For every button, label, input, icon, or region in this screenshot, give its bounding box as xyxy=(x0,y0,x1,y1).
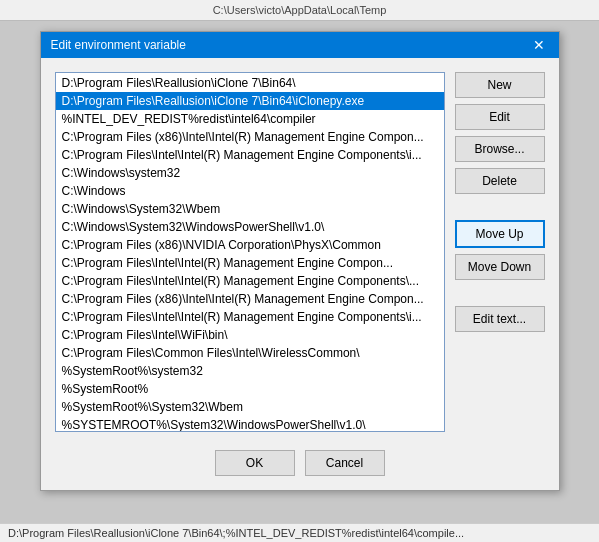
delete-button[interactable]: Delete xyxy=(455,168,545,194)
dialog: Edit environment variable ✕ D:\Program F… xyxy=(40,31,560,491)
edit-text-button[interactable]: Edit text... xyxy=(455,306,545,332)
list-item[interactable]: C:\Program Files\Intel\WiFi\bin\ xyxy=(56,326,444,344)
list-item[interactable]: C:\Windows xyxy=(56,182,444,200)
list-item[interactable]: D:\Program Files\Reallusion\iClone 7\Bin… xyxy=(56,92,444,110)
list-item[interactable]: C:\Program Files\Intel\Intel(R) Manageme… xyxy=(56,146,444,164)
list-item[interactable]: C:\Program Files\Intel\Intel(R) Manageme… xyxy=(56,254,444,272)
title-bar: C:\Users\victo\AppData\Local\Temp xyxy=(0,0,599,21)
status-text: D:\Program Files\Reallusion\iClone 7\Bin… xyxy=(8,527,464,539)
edit-button[interactable]: Edit xyxy=(455,104,545,130)
buttons-column: New Edit Browse... Delete Move Up Move D… xyxy=(455,72,545,432)
dialog-titlebar: Edit environment variable ✕ xyxy=(41,32,559,58)
browse-button[interactable]: Browse... xyxy=(455,136,545,162)
close-button[interactable]: ✕ xyxy=(529,38,549,52)
listbox-container: D:\Program Files\Reallusion\iClone 7\Bin… xyxy=(55,72,445,432)
list-item[interactable]: C:\Program Files\Intel\Intel(R) Manageme… xyxy=(56,308,444,326)
list-item[interactable]: %SYSTEMROOT%\System32\WindowsPowerShell\… xyxy=(56,416,444,432)
new-button[interactable]: New xyxy=(455,72,545,98)
dialog-title: Edit environment variable xyxy=(51,38,186,52)
list-item[interactable]: %INTEL_DEV_REDIST%redist\intel64\compile… xyxy=(56,110,444,128)
list-item[interactable]: C:\Program Files (x86)\Intel\Intel(R) Ma… xyxy=(56,290,444,308)
list-item[interactable]: C:\Program Files\Intel\Intel(R) Manageme… xyxy=(56,272,444,290)
list-item[interactable]: C:\Program Files (x86)\Intel\Intel(R) Ma… xyxy=(56,128,444,146)
list-item[interactable]: C:\Windows\System32\WindowsPowerShell\v1… xyxy=(56,218,444,236)
title-path: C:\Users\victo\AppData\Local\Temp xyxy=(213,4,387,16)
dialog-body: D:\Program Files\Reallusion\iClone 7\Bin… xyxy=(41,58,559,442)
status-bar: D:\Program Files\Reallusion\iClone 7\Bin… xyxy=(0,523,599,542)
move-down-button[interactable]: Move Down xyxy=(455,254,545,280)
list-item[interactable]: %SystemRoot%\System32\Wbem xyxy=(56,398,444,416)
list-item[interactable]: %SystemRoot% xyxy=(56,380,444,398)
dialog-footer: OK Cancel xyxy=(41,442,559,490)
env-variable-listbox[interactable]: D:\Program Files\Reallusion\iClone 7\Bin… xyxy=(55,72,445,432)
ok-button[interactable]: OK xyxy=(215,450,295,476)
list-item[interactable]: C:\Program Files (x86)\NVIDIA Corporatio… xyxy=(56,236,444,254)
cancel-button[interactable]: Cancel xyxy=(305,450,385,476)
list-item[interactable]: D:\Program Files\Reallusion\iClone 7\Bin… xyxy=(56,74,444,92)
list-item[interactable]: %SystemRoot%\system32 xyxy=(56,362,444,380)
list-item[interactable]: C:\Windows\System32\Wbem xyxy=(56,200,444,218)
list-item[interactable]: C:\Windows\system32 xyxy=(56,164,444,182)
list-item[interactable]: C:\Program Files\Common Files\Intel\Wire… xyxy=(56,344,444,362)
move-up-button[interactable]: Move Up xyxy=(455,220,545,248)
